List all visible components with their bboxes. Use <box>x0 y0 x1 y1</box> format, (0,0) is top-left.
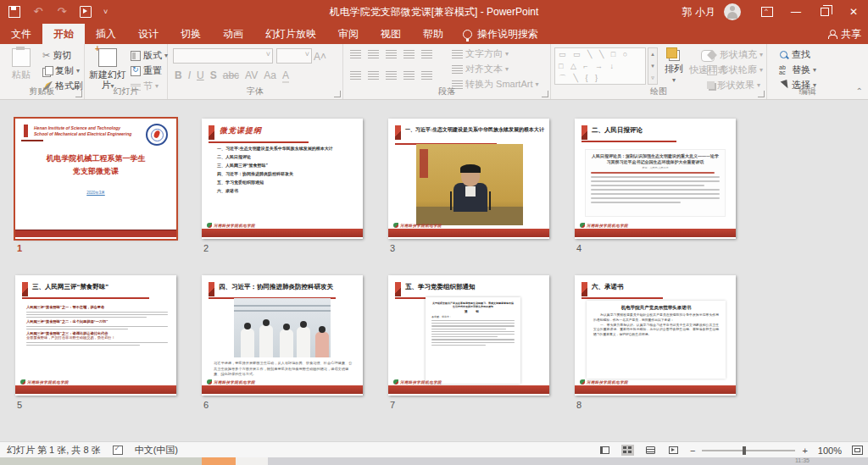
font-size-select[interactable] <box>276 48 312 64</box>
italic-button[interactable]: I <box>188 69 191 81</box>
strikethrough-button[interactable]: abc <box>223 69 239 81</box>
align-text-button[interactable]: 对齐文本▾ <box>452 63 509 75</box>
align-left-icon[interactable] <box>350 71 361 80</box>
shape-fill-icon <box>707 50 717 60</box>
slide3-title: 一、习近平:生态文明建设是关系中华民族永续发展的根本大计 <box>405 126 544 133</box>
bold-button[interactable]: B <box>175 69 182 81</box>
copy-button[interactable]: 复制▾ <box>42 64 80 77</box>
cut-label: 剪切 <box>53 49 71 62</box>
minimize-button[interactable]: — <box>782 0 810 24</box>
columns-icon[interactable] <box>421 71 432 80</box>
shape-outline-button[interactable]: 形状轮廓▾ <box>707 64 763 76</box>
slide-thumbnail-6[interactable]: 四、习近平：协同推进肺炎防控科研攻关 习近平强调，要坚持开展爱国卫生运动，从人居… <box>202 275 363 396</box>
text-line <box>431 334 515 335</box>
font-color-button[interactable]: A <box>282 69 289 83</box>
pledge-title: 机电学院共产党员示范带头承诺书 <box>593 305 719 311</box>
tab-review[interactable]: 审阅 <box>327 24 370 44</box>
drawing-dialog-launcher-icon[interactable] <box>758 91 765 97</box>
zoom-in-button[interactable]: + <box>802 446 807 456</box>
shapes-gallery-scroll[interactable]: ▴▾▿ <box>648 47 658 85</box>
tab-view[interactable]: 视图 <box>370 24 412 44</box>
slide-bottom-bar <box>575 385 736 394</box>
qat-customize-chevron-icon[interactable]: ˅ <box>103 8 108 16</box>
align-center-icon[interactable] <box>368 71 379 80</box>
restore-button[interactable] <box>810 0 839 24</box>
text-line <box>591 172 715 174</box>
copy-icon <box>42 66 53 76</box>
slide-sorter-view-button[interactable] <box>621 445 634 456</box>
tab-slideshow[interactable]: 幻灯片放映 <box>254 24 327 44</box>
ribbon-display-options-icon <box>761 7 773 17</box>
text-shadow-button[interactable]: S <box>210 69 217 81</box>
increase-indent-icon[interactable] <box>403 50 415 58</box>
line-spacing-icon[interactable] <box>421 50 432 58</box>
close-button[interactable]: ✕ <box>839 0 868 24</box>
cut-button[interactable]: ✂剪切 <box>42 49 71 62</box>
collapse-ribbon-icon[interactable]: ⌃ <box>856 86 863 96</box>
slide-thumbnail-3[interactable]: 一、习近平:生态文明建设是关系中华民族永续发展的根本大计 河南科技学院机电学院 <box>388 119 549 239</box>
slide-thumbnail-5[interactable]: 三、人民网三评“禁食野味” 人民网三评“禁食野味”之一：管不住嘴，就会要命 人民… <box>15 275 176 396</box>
save-icon[interactable] <box>8 6 20 18</box>
slideshow-view-button[interactable] <box>667 445 680 456</box>
language-indicator[interactable]: 中文(中国) <box>135 444 178 457</box>
undo-icon[interactable]: ↶ <box>32 6 44 18</box>
avatar[interactable] <box>724 3 741 20</box>
zoom-slider[interactable] <box>702 450 795 451</box>
arrange-button[interactable]: 排列▾ <box>659 47 688 86</box>
font-name-select[interactable] <box>173 48 273 64</box>
fit-to-window-icon[interactable] <box>852 446 863 455</box>
paste-icon <box>12 48 31 67</box>
character-spacing-button[interactable]: AV <box>245 69 258 81</box>
numbering-icon[interactable] <box>368 50 379 58</box>
align-right-icon[interactable] <box>386 71 397 80</box>
slideshow-view-icon <box>669 446 678 454</box>
reset-button[interactable]: 重置 <box>131 64 162 77</box>
tab-home[interactable]: 开始 <box>42 24 85 44</box>
tell-me-search[interactable]: 操作说明搜索 <box>454 24 547 44</box>
spell-check-icon[interactable] <box>113 446 123 455</box>
slide2-outline-list: 一、习近平:生态文明建设是关系中华民族永续发展的根本大计 二、人民日报评论 三、… <box>217 146 356 197</box>
paragraph-dialog-launcher-icon[interactable] <box>542 91 548 97</box>
tab-help[interactable]: 帮助 <box>412 24 454 44</box>
laboratory-photo <box>234 298 331 357</box>
normal-view-button[interactable] <box>598 445 611 456</box>
ribbon-display-options-button[interactable] <box>753 0 782 24</box>
tab-design[interactable]: 设计 <box>127 24 170 44</box>
news-article-panel: 人民日报评论员：深刻认识加强生态文明建设的重大意义——一论学习贯彻习近平总书记全… <box>585 149 726 217</box>
slide1-date: 2020年3月 <box>15 191 176 195</box>
decrease-indent-icon[interactable] <box>386 50 397 58</box>
zoom-out-button[interactable]: − <box>690 446 695 456</box>
find-button[interactable]: 查找 <box>779 48 810 61</box>
layout-button[interactable]: 版式▾ <box>131 49 168 62</box>
clipboard-dialog-launcher-icon[interactable] <box>75 91 82 97</box>
tab-animations[interactable]: 动画 <box>212 24 254 44</box>
reading-view-button[interactable] <box>644 445 657 456</box>
tab-transitions[interactable]: 切换 <box>170 24 212 44</box>
redo-icon[interactable]: ↷ <box>56 6 68 18</box>
tab-insert[interactable]: 插入 <box>85 24 127 44</box>
share-button[interactable]: 共享 <box>828 24 861 44</box>
shapes-gallery[interactable]: ▭ ▭ ╲ ╲ □ ○ □ △ ⌐ → ↓ ⌒ ╲ { } <box>554 47 646 85</box>
zoom-slider-thumb[interactable] <box>743 446 746 455</box>
slide-thumbnail-2[interactable]: 微党课提纲 一、习近平:生态文明建设是关系中华民族永续发展的根本大计 二、人民日… <box>202 119 363 239</box>
font-dialog-launcher-icon[interactable] <box>334 91 341 97</box>
zoom-level[interactable]: 100% <box>818 446 842 456</box>
justify-icon[interactable] <box>403 71 415 80</box>
bullets-icon[interactable] <box>350 50 361 58</box>
slide-thumbnail-4[interactable]: 二、人民日报评论 人民日报评论员：深刻认识加强生态文明建设的重大意义——一论学习… <box>575 119 736 239</box>
change-case-button[interactable]: Aa <box>264 69 276 81</box>
tab-file[interactable]: 文件 <box>0 24 42 44</box>
slide-thumbnail-7[interactable]: 五、学习党委组织部通知 关于组织全校共产党员在革除滥食野生动物陋习、养成文明健康… <box>388 275 549 396</box>
underline-button[interactable]: U <box>197 69 204 81</box>
group-label-editing: 编辑 <box>767 86 848 97</box>
start-slideshow-icon[interactable] <box>80 6 92 18</box>
slide-thumbnail-8[interactable]: 六、承诺书 机电学院共产党员示范带头承诺书 为认真学习贯彻校党委关于组织全校共产… <box>575 275 736 396</box>
replace-button[interactable]: abac替换▾ <box>779 64 816 76</box>
group-clipboard: 粘贴 ✂剪切 复制▾ 格式刷 剪贴板 <box>0 44 85 99</box>
slide-thumbnail-1[interactable]: Henan Institute of Science and Technolog… <box>15 119 176 239</box>
text-direction-button[interactable]: 文字方向▾ <box>452 47 509 60</box>
user-name[interactable]: 郭 小月 <box>682 5 715 19</box>
grow-font-button[interactable]: A˄ <box>314 51 326 63</box>
shape-fill-button[interactable]: 形状填充▾ <box>707 48 763 61</box>
paste-button[interactable]: 粘贴 <box>2 47 41 80</box>
